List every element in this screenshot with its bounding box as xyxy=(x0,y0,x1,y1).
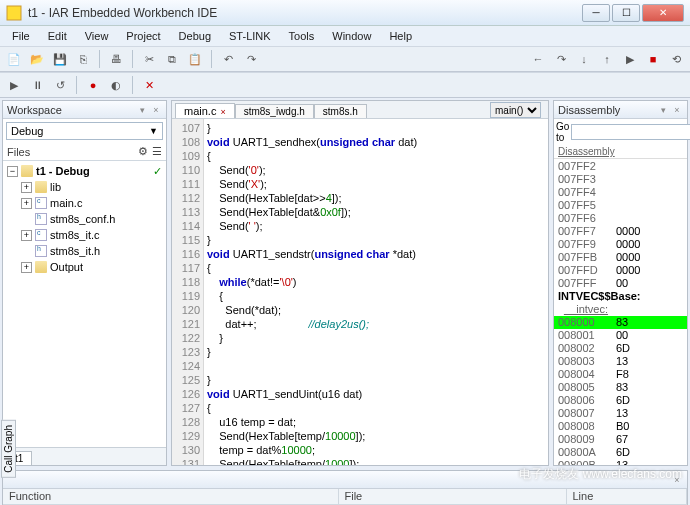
config-selector[interactable]: Debug ▼ xyxy=(6,122,163,140)
disasm-row[interactable]: 007FFF00 xyxy=(554,277,687,290)
menu-view[interactable]: View xyxy=(77,28,117,44)
main-area: Workspace ▾× Debug ▼ Files ⚙☰ −t1 - Debu… xyxy=(0,98,690,468)
tree-node[interactable]: +Output xyxy=(7,259,162,275)
separator xyxy=(132,76,133,94)
pin-icon[interactable]: ▾ xyxy=(657,104,669,116)
minimize-button[interactable]: ─ xyxy=(582,4,610,22)
reset-icon[interactable]: ⟲ xyxy=(666,49,686,69)
svg-rect-0 xyxy=(7,6,21,20)
menu-window[interactable]: Window xyxy=(324,28,379,44)
disasm-row[interactable]: 00800313 xyxy=(554,355,687,368)
disasm-list[interactable]: 007FF2007FF3007FF4007FF5007FF6007FF70000… xyxy=(554,159,687,465)
disasm-row[interactable]: 008004F8 xyxy=(554,368,687,381)
tab-main-c[interactable]: main.c× xyxy=(175,103,235,118)
code-view[interactable]: 107 108 109 110 111 112 113 114 115 116 … xyxy=(172,119,548,465)
pin-icon[interactable]: ▾ xyxy=(136,104,148,116)
stop-debug-icon[interactable]: ✕ xyxy=(139,75,159,95)
disassembly-panel: Disassembly ▾× Go to Memory Disassembly … xyxy=(553,100,688,466)
tree-node[interactable]: +main.c xyxy=(7,195,162,211)
new-icon[interactable]: 📄 xyxy=(4,49,24,69)
close-pane-icon[interactable]: × xyxy=(671,474,683,486)
disasm-row[interactable]: 007FF2 xyxy=(554,160,687,173)
config-value: Debug xyxy=(11,125,43,137)
disasm-row[interactable]: 0080066D xyxy=(554,394,687,407)
paste-icon[interactable]: 📋 xyxy=(185,49,205,69)
disasm-row[interactable]: 00800583 xyxy=(554,381,687,394)
disasm-row[interactable]: 00800713 xyxy=(554,407,687,420)
disasm-row[interactable]: __intvec: xyxy=(554,303,687,316)
disasm-row[interactable]: 007FF3 xyxy=(554,173,687,186)
call-graph-tab[interactable]: Call Graph xyxy=(1,420,16,478)
disasm-row[interactable]: 007FF5 xyxy=(554,199,687,212)
disasm-row[interactable]: 00800B13 xyxy=(554,459,687,465)
disasm-row[interactable]: 007FFB0000 xyxy=(554,251,687,264)
title-bar: t1 - IAR Embedded Workbench IDE ─ ☐ ✕ xyxy=(0,0,690,26)
menu-help[interactable]: Help xyxy=(381,28,420,44)
go-icon[interactable]: ▶ xyxy=(4,75,24,95)
window-controls: ─ ☐ ✕ xyxy=(582,4,684,22)
save-all-icon[interactable]: ⎘ xyxy=(73,49,93,69)
step-out-icon[interactable]: ↑ xyxy=(597,49,617,69)
menu-debug[interactable]: Debug xyxy=(171,28,219,44)
disasm-row[interactable]: 008008B0 xyxy=(554,420,687,433)
menu-tools[interactable]: Tools xyxy=(281,28,323,44)
tab-close-icon[interactable]: × xyxy=(220,107,225,117)
maximize-button[interactable]: ☐ xyxy=(612,4,640,22)
menu-project[interactable]: Project xyxy=(118,28,168,44)
tree-node[interactable]: −t1 - Debug✓ xyxy=(7,163,162,179)
disasm-row[interactable]: 007FFD0000 xyxy=(554,264,687,277)
stop-icon[interactable]: ■ xyxy=(643,49,663,69)
disasm-row[interactable]: INTVEC$$Base: xyxy=(554,290,687,303)
menu-file[interactable]: File xyxy=(4,28,38,44)
redo-icon[interactable]: ↷ xyxy=(241,49,261,69)
menu-stlink[interactable]: ST-LINK xyxy=(221,28,279,44)
disasm-row[interactable]: 00800A6D xyxy=(554,446,687,459)
step-over-icon[interactable]: ↷ xyxy=(551,49,571,69)
code-content[interactable]: } void UART1_sendhex(unsigned char dat) … xyxy=(204,119,548,465)
disasm-row[interactable]: 007FF6 xyxy=(554,212,687,225)
col-icon1: ⚙ xyxy=(138,145,148,158)
disasm-row[interactable]: 00800083 xyxy=(554,316,687,329)
close-pane-icon[interactable]: × xyxy=(671,104,683,116)
save-icon[interactable]: 💾 xyxy=(50,49,70,69)
file-tree[interactable]: −t1 - Debug✓+lib+main.cstm8s_conf.h+stm8… xyxy=(3,161,166,447)
break-icon[interactable]: ⏸ xyxy=(27,75,47,95)
goto-bar: Go to Memory xyxy=(554,119,687,145)
disasm-row[interactable]: 0080026D xyxy=(554,342,687,355)
copy-icon[interactable]: ⧉ xyxy=(162,49,182,69)
tree-node[interactable]: +stm8s_it.c xyxy=(7,227,162,243)
tree-node[interactable]: +lib xyxy=(7,179,162,195)
workspace-tabs: t1 xyxy=(3,447,166,465)
reset2-icon[interactable]: ↺ xyxy=(50,75,70,95)
close-pane-icon[interactable]: × xyxy=(150,104,162,116)
disasm-row[interactable]: 007FF90000 xyxy=(554,238,687,251)
toolbar-debug: ▶ ⏸ ↺ ● ◐ ✕ xyxy=(0,72,690,98)
breakpoint-icon[interactable]: ● xyxy=(83,75,103,95)
goto-input[interactable] xyxy=(571,124,690,140)
function-selector[interactable]: main() xyxy=(486,102,545,118)
print-icon[interactable]: 🖶 xyxy=(106,49,126,69)
toggle-bp-icon[interactable]: ◐ xyxy=(106,75,126,95)
disasm-row[interactable]: 00800967 xyxy=(554,433,687,446)
cut-icon[interactable]: ✂ xyxy=(139,49,159,69)
fn-select[interactable]: main() xyxy=(490,102,541,118)
disasm-row[interactable]: 007FF70000 xyxy=(554,225,687,238)
editor-tabs: main.c× stm8s_iwdg.h stm8s.h main() xyxy=(172,101,548,119)
col-icon2: ☰ xyxy=(152,145,162,158)
tab-iwdg[interactable]: stm8s_iwdg.h xyxy=(235,104,314,118)
bottom-panel: × Function File Line <Right-click on a s… xyxy=(2,470,688,505)
editor-panel: main.c× stm8s_iwdg.h stm8s.h main() 107 … xyxy=(171,100,549,466)
nav-back-icon[interactable]: ← xyxy=(528,49,548,69)
col-line: Line xyxy=(567,489,688,504)
open-icon[interactable]: 📂 xyxy=(27,49,47,69)
step-into-icon[interactable]: ↓ xyxy=(574,49,594,69)
close-button[interactable]: ✕ xyxy=(642,4,684,22)
tab-stm8s[interactable]: stm8s.h xyxy=(314,104,367,118)
disasm-row[interactable]: 007FF4 xyxy=(554,186,687,199)
tree-node[interactable]: stm8s_conf.h xyxy=(7,211,162,227)
disasm-row[interactable]: 00800100 xyxy=(554,329,687,342)
undo-icon[interactable]: ↶ xyxy=(218,49,238,69)
tree-node[interactable]: stm8s_it.h xyxy=(7,243,162,259)
run-icon[interactable]: ▶ xyxy=(620,49,640,69)
menu-edit[interactable]: Edit xyxy=(40,28,75,44)
